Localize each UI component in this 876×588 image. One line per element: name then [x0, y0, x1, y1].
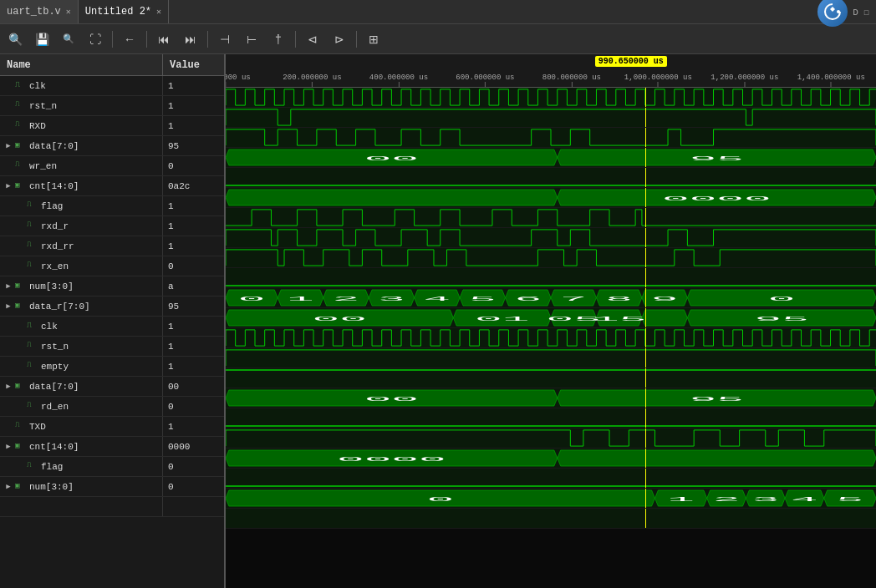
zoom-out-button[interactable]: 🔍	[57, 28, 80, 50]
wave-row-19	[226, 469, 876, 489]
waveform-15: 0095	[226, 388, 876, 408]
signal-name-4: ⎍ wr_en	[0, 156, 163, 175]
signal-value-18: 0000	[163, 442, 195, 452]
sig-icon-14: ⎍	[27, 361, 38, 373]
tab-close-active[interactable]: ✕	[156, 7, 161, 17]
zoom-fit-button[interactable]: ⛶	[84, 28, 107, 50]
sig-icon-16: ⎍	[27, 401, 38, 413]
ruler-ticks: 0.000000 us200.000000 us400.000000 us600…	[226, 69, 876, 87]
zoom-in-button[interactable]: 🔍	[3, 28, 27, 50]
signal-row-5: ▶ ▣ cnt[14:0] 0a2c	[0, 176, 224, 196]
tab-close[interactable]: ✕	[66, 7, 71, 17]
signal-label-12: clk	[41, 322, 58, 332]
title-bar: uart_tb.v ✕ Untitled 2* ✕ D ☐	[0, 0, 876, 24]
signal-value-1: 1	[163, 101, 179, 111]
expand-btn-11[interactable]: ▶	[3, 302, 13, 312]
last-button[interactable]: ⏭	[179, 28, 202, 50]
signal-row-15: ▶ ▣ data[7:0] 00	[0, 377, 224, 397]
signal-name-20: ▶ ▣ num[3:0]	[0, 477, 163, 496]
wave-row-16	[226, 408, 876, 428]
expand-btn-18[interactable]: ▶	[3, 442, 13, 452]
signal-value-4: 0	[163, 161, 179, 171]
sig-icon-7: ⎍	[27, 220, 38, 232]
prev-edge-button[interactable]: ⊣	[213, 28, 237, 50]
waveform-21	[226, 509, 876, 528]
signal-label-0: clk	[29, 81, 46, 91]
wave-row-0	[226, 88, 876, 108]
wave-row-4	[226, 168, 876, 188]
tab-label-active: Untitled 2*	[85, 6, 151, 18]
svg-text:00: 00	[312, 317, 366, 323]
wave-row-9	[226, 268, 876, 288]
next-edge-button[interactable]: ⊢	[240, 28, 263, 50]
wave-row-8	[226, 248, 876, 268]
signal-value-17: 1	[163, 422, 179, 432]
sig-icon-2: ⎍	[15, 120, 27, 132]
waveform-0	[226, 88, 876, 107]
prev-marker-button[interactable]: ⊲	[301, 28, 324, 50]
signal-row-0: ⎍ clk 1	[0, 76, 224, 96]
signal-row-10: ▶ ▣ num[3:0] a	[0, 276, 224, 297]
signal-value-7: 1	[163, 221, 179, 231]
signal-name-6: ⎍ flag	[0, 196, 163, 215]
signal-row-1: ⎍ rst_n 1	[0, 96, 224, 116]
svg-text:2: 2	[713, 497, 741, 504]
wave-rows-container: 0095 0000 01234567890 0001051595 0095 00…	[226, 88, 876, 588]
wave-row-18: 0000	[226, 449, 876, 469]
waveform-3: 0095	[226, 148, 876, 167]
signal-label-11: data_r[7:0]	[29, 302, 90, 312]
add-marker-button[interactable]: †	[267, 28, 290, 50]
svg-text:95: 95	[690, 397, 744, 403]
wave-panel[interactable]: 990.650000 us 0.000000 us200.000000 us40…	[226, 54, 876, 588]
window-controls[interactable]: D ☐	[853, 7, 869, 18]
expand-btn-20[interactable]: ▶	[3, 482, 13, 492]
bus-icon-11: ▣	[15, 301, 27, 312]
svg-text:3: 3	[378, 297, 405, 303]
ruler-tick-3: 600.000000 us	[456, 74, 514, 87]
signal-name-0: ⎍ clk	[0, 76, 163, 95]
signal-panel: Name Value ⎍ clk 1 ⎍ rst_n 1 ⎍ RXD 1 ▶ ▣…	[0, 54, 226, 588]
save-button[interactable]: 💾	[30, 28, 53, 50]
waveform-1	[226, 108, 876, 127]
signal-rows-container: ⎍ clk 1 ⎍ rst_n 1 ⎍ RXD 1 ▶ ▣ data[7:0] …	[0, 76, 224, 517]
wave-row-1	[226, 108, 876, 128]
tab-uart-tb[interactable]: uart_tb.v ✕	[0, 0, 79, 23]
expand-btn-15[interactable]: ▶	[3, 382, 13, 392]
signal-label-6: flag	[41, 201, 63, 211]
waveform-17	[226, 428, 876, 448]
waveform-14	[226, 368, 876, 388]
bus-icon-3: ▣	[15, 140, 27, 152]
wave-row-10: 01234567890	[226, 288, 876, 308]
sig-icon-1: ⎍	[15, 100, 27, 112]
signal-label-8: rxd_rr	[41, 241, 74, 251]
next-marker-button[interactable]: ⊳	[328, 28, 351, 50]
expand-btn-3[interactable]: ▶	[3, 141, 13, 151]
signal-value-13: 1	[163, 342, 179, 352]
back-button[interactable]: ←	[118, 28, 141, 50]
sep4	[295, 31, 296, 48]
first-button[interactable]: ⏮	[152, 28, 176, 50]
svg-text:1: 1	[667, 497, 695, 504]
signal-row-20: ▶ ▣ num[3:0] 0	[0, 477, 224, 497]
tab-untitled[interactable]: Untitled 2* ✕	[79, 0, 169, 23]
waveform-7	[226, 228, 876, 247]
bus-icon-15: ▣	[15, 381, 27, 393]
svg-text:3: 3	[751, 497, 779, 504]
signal-label-3: data[7:0]	[29, 141, 79, 151]
signal-value-5: 0a2c	[163, 181, 195, 191]
signal-row-7: ⎍ rxd_r 1	[0, 216, 224, 236]
expand-btn-5[interactable]: ▶	[3, 181, 13, 191]
snap-button[interactable]: ⊞	[362, 28, 385, 50]
bus-icon-10: ▣	[15, 281, 27, 292]
svg-text:5: 5	[469, 297, 497, 303]
signal-label-4: wr_en	[29, 161, 57, 171]
signal-value-19: 0	[163, 462, 179, 472]
expand-btn-10[interactable]: ▶	[3, 281, 13, 291]
ruler-tick-2: 400.000000 us	[369, 74, 428, 87]
signal-value-6: 1	[163, 201, 179, 211]
waveform-19	[226, 469, 876, 488]
signal-label-7: rxd_r	[41, 221, 69, 231]
waveform-5: 0000	[226, 188, 876, 207]
sig-icon-4: ⎍	[15, 160, 27, 172]
ruler-tick-5: 1,000.000000 us	[624, 74, 692, 87]
